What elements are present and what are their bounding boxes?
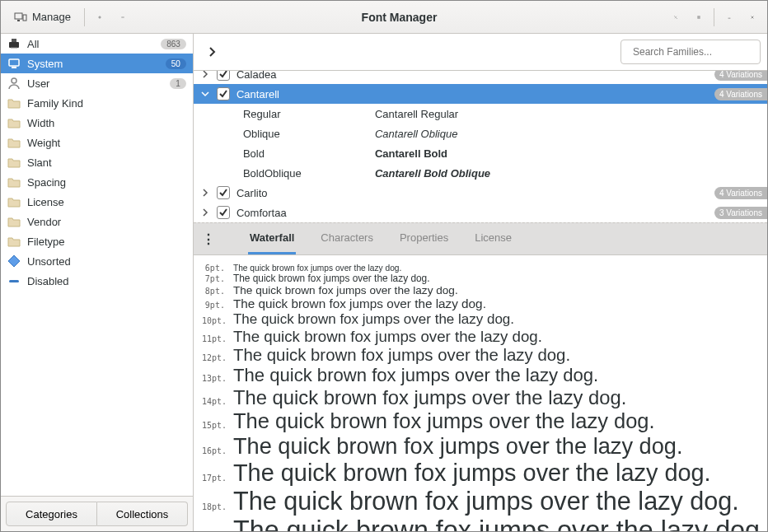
font-name: Carlito: [236, 187, 708, 199]
chevron-right-icon: [207, 47, 217, 57]
waterfall-row: 8pt.The quick brown fox jumps over the l…: [202, 284, 767, 296]
waterfall-row: 10pt.The quick brown fox jumps over the …: [202, 311, 767, 328]
waterfall-size-label: 17pt.: [202, 474, 225, 483]
variations-badge: 3 Variations: [714, 207, 767, 219]
expander-icon[interactable]: [200, 71, 210, 81]
search-box[interactable]: [620, 40, 761, 64]
tab-characters[interactable]: Characters: [319, 223, 375, 254]
tab-categories[interactable]: Categories: [6, 502, 97, 526]
sidebar-item-user[interactable]: User1: [1, 73, 193, 93]
sidebar-item-all[interactable]: All863: [1, 34, 193, 54]
sidebar-item-label: Weight: [27, 137, 186, 149]
remove-button[interactable]: [111, 6, 134, 29]
variant-label: Oblique: [243, 128, 375, 140]
back-button[interactable]: [200, 40, 223, 63]
sidebar-item-license[interactable]: License: [1, 192, 193, 212]
sidebar-item-system[interactable]: System50: [1, 54, 193, 73]
waterfall-row: 14pt.The quick brown fox jumps over the …: [202, 386, 767, 409]
waterfall-size-label: 7pt.: [202, 274, 225, 283]
waterfall-size-label: 9pt.: [202, 301, 225, 310]
sidebar-list[interactable]: All863System50User1Family KindWidthWeigh…: [1, 34, 193, 496]
plus-icon: [98, 12, 101, 23]
waterfall-text: The quick brown fox jumps over the lazy …: [233, 365, 598, 386]
variant-sample: Cantarell Bold Oblique: [375, 167, 490, 180]
svg-rect-10: [9, 280, 19, 282]
count-badge: 863: [161, 39, 186, 49]
preview-menu-button[interactable]: ⋮: [199, 229, 218, 249]
minimize-icon: [728, 12, 731, 23]
checkbox[interactable]: [217, 206, 230, 219]
all-icon: [7, 37, 21, 50]
font-variant-row[interactable]: BoldCantarell Bold: [194, 143, 767, 163]
font-name: Caladea: [236, 71, 708, 81]
close-button[interactable]: [741, 6, 764, 29]
manage-button[interactable]: Manage: [4, 6, 81, 29]
tab-waterfall[interactable]: Waterfall: [248, 223, 296, 254]
folder-icon: [7, 116, 21, 129]
font-tree[interactable]: Caladea4 VariationsCantarell4 Variations…: [194, 71, 767, 222]
tab-properties[interactable]: Properties: [398, 223, 450, 254]
waterfall-size-label: 13pt.: [202, 374, 225, 383]
font-variant-row[interactable]: BoldObliqueCantarell Bold Oblique: [194, 163, 767, 183]
waterfall-size-label: 6pt.: [202, 264, 225, 273]
tab-collections[interactable]: Collections: [97, 502, 188, 526]
preferences-button[interactable]: [664, 6, 687, 29]
sidebar-item-label: Width: [27, 117, 186, 129]
variant-label: BoldOblique: [243, 167, 375, 180]
font-variant-row[interactable]: ObliqueCantarell Oblique: [194, 124, 767, 143]
sidebar-item-label: System: [27, 58, 159, 70]
sidebar-item-label: User: [27, 77, 163, 90]
waterfall-row: 7pt.The quick brown fox jumps over the l…: [202, 273, 767, 284]
sidebar-item-label: Disabled: [27, 275, 186, 287]
waterfall-size-label: 11pt.: [202, 334, 225, 343]
font-row-comfortaa[interactable]: Comfortaa3 Variations: [194, 203, 767, 222]
headerbar: Manage Font Manager: [1, 1, 767, 34]
waterfall-text: The quick brown fox jumps over the lazy …: [233, 409, 655, 433]
minimize-button[interactable]: [718, 6, 741, 29]
font-row-cantarell[interactable]: Cantarell4 Variations: [194, 84, 767, 104]
font-row-caladea[interactable]: Caladea4 Variations: [194, 71, 767, 84]
svg-point-4: [677, 17, 677, 18]
system-icon: [7, 57, 21, 70]
variant-sample: Cantarell Oblique: [375, 128, 457, 140]
search-input[interactable]: [633, 46, 756, 58]
svg-point-9: [12, 78, 16, 83]
sidebar-item-width[interactable]: Width: [1, 113, 193, 133]
font-name: Comfortaa: [236, 207, 708, 219]
checkbox[interactable]: [217, 186, 230, 199]
checkbox[interactable]: [217, 87, 230, 100]
waterfall-text: The quick brown fox jumps over the lazy …: [233, 346, 570, 365]
waterfall-size-label: 15pt.: [202, 421, 225, 430]
expander-icon[interactable]: [200, 88, 210, 100]
waterfall-row: 17pt.The quick brown fox jumps over the …: [202, 460, 767, 487]
expander-icon[interactable]: [200, 187, 210, 199]
waterfall-row: 6pt.The quick brown fox jumps over the l…: [202, 264, 767, 273]
folder-icon: [7, 175, 21, 189]
sidebar-item-slant[interactable]: Slant: [1, 152, 193, 172]
sidebar-item-weight[interactable]: Weight: [1, 133, 193, 152]
waterfall-size-label: 8pt.: [202, 287, 225, 296]
folder-icon: [7, 235, 21, 248]
sidebar-item-vendor[interactable]: Vendor: [1, 212, 193, 231]
add-button[interactable]: [88, 6, 111, 29]
sidebar-item-spacing[interactable]: Spacing: [1, 172, 193, 192]
checkbox[interactable]: [217, 71, 230, 81]
tools-icon: [674, 11, 677, 24]
menu-button[interactable]: [687, 6, 710, 29]
tab-license[interactable]: License: [473, 223, 513, 254]
manage-label: Manage: [32, 11, 71, 23]
sidebar-item-filetype[interactable]: Filetype: [1, 231, 193, 251]
font-row-carlito[interactable]: Carlito4 Variations: [194, 183, 767, 203]
waterfall-size-label: 18pt.: [202, 502, 225, 511]
window-title: Font Manager: [134, 11, 664, 24]
sidebar-item-disabled[interactable]: Disabled: [1, 271, 193, 291]
font-variant-row[interactable]: RegularCantarell Regular: [194, 104, 767, 124]
waterfall-row: 18pt.The quick brown fox jumps over the …: [202, 487, 767, 516]
expander-icon[interactable]: [200, 207, 210, 219]
svg-rect-8: [12, 67, 16, 68]
sidebar: All863System50User1Family KindWidthWeigh…: [1, 34, 194, 531]
folder-icon: [7, 136, 21, 149]
preview-tabs: ⋮ WaterfallCharactersPropertiesLicense: [194, 222, 767, 255]
sidebar-item-family-kind[interactable]: Family Kind: [1, 93, 193, 113]
sidebar-item-unsorted[interactable]: Unsorted: [1, 251, 193, 271]
